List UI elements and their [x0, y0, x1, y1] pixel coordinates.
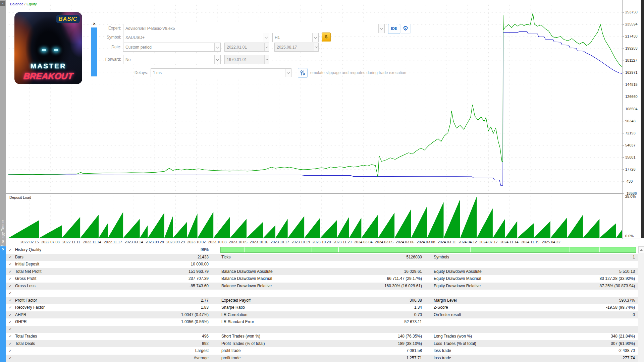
x-axis-date-label: 2024.04.12: [459, 240, 477, 244]
stat-value: 189 (38.10%): [308, 340, 422, 348]
stats-row[interactable]: ✓Total Trades496Short Trades (won %)148 …: [6, 333, 638, 340]
row-checkmark-icon[interactable]: ✓: [9, 347, 12, 355]
stat-value: 66 711.47 (29.17%): [308, 275, 422, 283]
stats-row[interactable]: ✓AHPR1.0047 (0.47%)LR Correlation0.70OnT…: [6, 311, 638, 319]
forward-date-value: 1970.01.01: [225, 57, 264, 62]
delays-combo[interactable]: 1 ms: [151, 68, 291, 77]
stat-label: Equity Drawdown Relative: [434, 283, 481, 290]
expert-combo[interactable]: Advisors\BTP-Basic-V9.ex5: [123, 24, 385, 33]
chevron-down-icon[interactable]: [285, 69, 291, 77]
symbol-combo[interactable]: XAUUSD+: [123, 33, 269, 42]
stats-row[interactable]: ✓: [6, 326, 638, 333]
chevron-down-icon[interactable]: [214, 55, 220, 64]
stat-label: Bars: [15, 254, 23, 261]
chevron-down-icon[interactable]: [264, 55, 269, 64]
quality-bar-divider: [599, 247, 600, 252]
chevron-down-icon[interactable]: [312, 33, 318, 42]
stats-row[interactable]: ✓Total Deals992Profit Trades (% of total…: [6, 340, 638, 348]
period-combo[interactable]: H1: [272, 33, 319, 42]
stats-close-icon[interactable]: ×: [1, 247, 6, 252]
ide-button[interactable]: IDE: [388, 24, 400, 34]
x-axis-date-label: 2023.10.03: [208, 240, 226, 244]
stats-row[interactable]: ✓GHPR1.0056 (0.56%)LR Standard Error52 6…: [6, 318, 638, 326]
stats-row[interactable]: ✓Largestprofit trade7 081.58loss trade-2…: [6, 347, 638, 355]
stats-dock-strip: [0, 246, 6, 362]
date-mode-combo[interactable]: Custom period: [123, 43, 221, 52]
row-checkmark-icon[interactable]: ✓: [9, 311, 12, 319]
row-checkmark-icon[interactable]: ✓: [9, 355, 12, 362]
stats-row[interactable]: ✓Total Net Profit151 963.79Balance Drawd…: [6, 268, 638, 276]
chevron-down-icon[interactable]: [378, 24, 384, 33]
forward-date-field[interactable]: 1970.01.01: [224, 55, 269, 64]
date-to-field[interactable]: 2025.08.17: [274, 43, 319, 52]
stat-value: 306.38: [308, 297, 422, 304]
chevron-down-icon[interactable]: [214, 43, 220, 51]
stat-label: LR Standard Error: [221, 318, 254, 326]
y-axis-tick-label: 235594: [625, 22, 638, 26]
stats-row[interactable]: ✓Initial Deposit10 000.00: [6, 261, 638, 268]
row-checkmark-icon[interactable]: ✓: [9, 290, 12, 297]
y-axis-tick-label: -430: [625, 179, 633, 183]
stat-value: 148 (76.35%): [308, 333, 422, 340]
stat-value: 348 (21.84%): [509, 333, 635, 340]
stat-value: 237 707.39: [107, 275, 209, 283]
chevron-down-icon[interactable]: [264, 43, 269, 51]
row-checkmark-icon[interactable]: ✓: [9, 318, 12, 326]
stats-row[interactable]: ✓History Quality99%: [6, 246, 638, 254]
forward-mode-combo[interactable]: No: [123, 55, 221, 64]
deposit-min-label: 0.0%: [625, 234, 634, 238]
row-checkmark-icon[interactable]: ✓: [9, 254, 12, 261]
quality-bar-divider: [312, 247, 312, 252]
stat-value: 1.83: [107, 304, 209, 311]
stat-label: Balance Drawdown Absolute: [221, 268, 273, 276]
stats-row[interactable]: ✓Profit Factor2.77Expected Payoff306.38M…: [6, 297, 638, 304]
slippage-settings-icon[interactable]: [298, 68, 308, 78]
expert-value: Advisors\BTP-Basic-V9.ex5: [123, 26, 378, 31]
stat-label: Equity Drawdown Absolute: [434, 268, 482, 276]
row-checkmark-icon[interactable]: ✓: [9, 275, 12, 283]
statistics-table: × ✓History Quality99%✓Bars21433Ticks5126…: [0, 246, 644, 362]
gear-icon[interactable]: ⚙: [400, 24, 411, 34]
stat-label: Balance Drawdown Maximal: [221, 275, 272, 283]
row-checkmark-icon[interactable]: ✓: [9, 333, 12, 340]
deposit-currency-button[interactable]: $: [322, 33, 331, 42]
symbol-label: Symbol:: [91, 35, 121, 40]
promo-basic-badge: BASIC: [56, 15, 80, 23]
hooded-figure-art: [25, 16, 71, 80]
y-axis-tick-label: 162971: [625, 70, 638, 74]
stat-label: Gross Profit: [15, 275, 36, 283]
stats-row[interactable]: ✓Averageprofit trade1 257.71loss trade-2…: [6, 355, 638, 362]
stat-label: Recovery Factor: [15, 304, 45, 311]
row-checkmark-icon[interactable]: ✓: [9, 304, 12, 311]
stat-label: Balance Drawdown Relative: [221, 283, 272, 290]
chevron-down-icon[interactable]: [263, 33, 269, 42]
legend-balance-label: Balance: [10, 2, 23, 6]
stat-label: Total Deals: [15, 340, 35, 348]
row-checkmark-icon[interactable]: ✓: [9, 261, 12, 268]
stat-value: 992: [107, 340, 209, 348]
stat-value: 87.25% (30 873.94): [509, 283, 635, 290]
row-checkmark-icon[interactable]: ✓: [9, 326, 12, 333]
x-axis-date-label: 2023.09.28: [146, 240, 164, 244]
stat-value: Largest: [107, 347, 209, 355]
row-checkmark-icon[interactable]: ✓: [9, 283, 12, 290]
stat-label: Expected Payoff: [221, 297, 251, 304]
row-checkmark-icon[interactable]: ✓: [9, 340, 12, 348]
date-from-value: 2022.01.01: [225, 45, 264, 50]
stats-row[interactable]: ✓Gross Profit237 707.39Balance Drawdown …: [6, 275, 638, 283]
date-from-field[interactable]: 2022.01.01: [224, 43, 269, 52]
delays-hint-text: emulate slippage and requotes during tra…: [310, 70, 406, 75]
scroll-up-button[interactable]: [638, 246, 644, 253]
stats-row[interactable]: ✓Bars21433Ticks5126080Symbols1: [6, 254, 638, 261]
row-checkmark-icon[interactable]: ✓: [9, 297, 12, 304]
stats-row[interactable]: ✓Recovery Factor1.83Sharpe Ratio1.34Z-Sc…: [6, 304, 638, 311]
period-value: H1: [273, 35, 312, 40]
row-checkmark-icon[interactable]: ✓: [9, 246, 12, 254]
x-axis-date-label: 2024.11.15: [521, 240, 539, 244]
row-checkmark-icon[interactable]: ✓: [9, 268, 12, 276]
vertical-scrollbar[interactable]: [638, 246, 644, 362]
stats-row[interactable]: ✓: [6, 290, 638, 297]
chevron-down-icon[interactable]: [314, 43, 318, 51]
stats-row[interactable]: ✓Gross Loss-85 743.60Balance Drawdown Re…: [6, 283, 638, 290]
expert-label: Expert:: [91, 26, 121, 31]
